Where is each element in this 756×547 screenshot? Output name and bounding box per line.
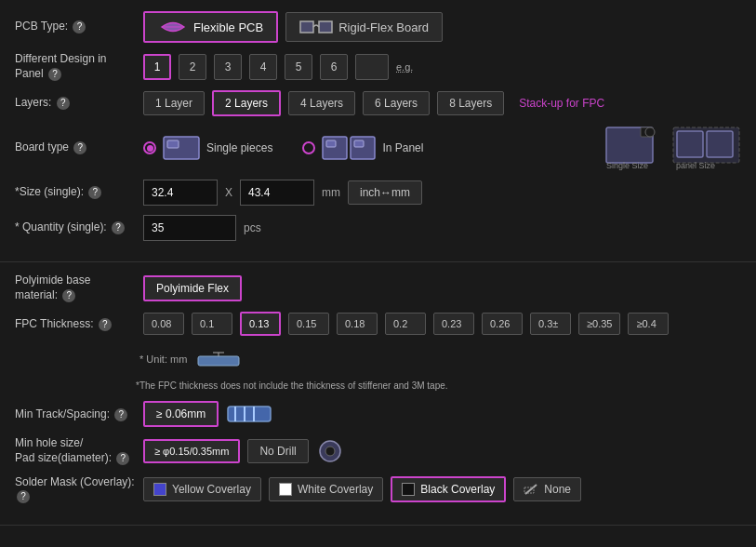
thickness-03[interactable]: 0.3± [530, 313, 571, 335]
svg-text:Single Size: Single Size [606, 161, 648, 170]
fpc-thickness-label: FPC Thickness: ? [15, 317, 136, 332]
size-height-input[interactable] [240, 180, 314, 206]
black-coverlay-label: Black Coverlay [420, 483, 495, 496]
layers-help[interactable]: ? [57, 97, 70, 110]
design-example: e.g. [396, 61, 413, 73]
thickness-01[interactable]: 0.1 [192, 313, 232, 335]
layers-text: Layers: [15, 96, 51, 109]
min-track-text: Min Track/Spacing: [15, 407, 110, 420]
thickness-023[interactable]: 0.23 [433, 313, 474, 335]
design-num-custom[interactable] [355, 54, 389, 80]
thickness-008[interactable]: 0.08 [143, 313, 184, 335]
thickness-015[interactable]: 0.15 [288, 313, 329, 335]
thickness-02[interactable]: 0.2 [385, 313, 426, 335]
size-text: *Size (single): [15, 185, 84, 198]
design-num-5[interactable]: 5 [285, 54, 312, 80]
base-material-row: Polyimide base material: ? Polyimide Fle… [15, 274, 741, 302]
svg-point-11 [645, 127, 655, 137]
solder-mask-text: Solder Mask (Coverlay): [15, 475, 135, 488]
svg-rect-8 [354, 140, 364, 147]
min-hole-label: Min hole size/Pad size(diameter): ? [15, 436, 136, 465]
quantity-text: * Quantity (single): [15, 220, 107, 233]
svg-rect-15 [707, 131, 733, 157]
design-num-1[interactable]: 1 [143, 54, 171, 80]
quantity-input[interactable] [143, 215, 236, 241]
pcb-type-label: PCB Type: ? [15, 20, 136, 34]
base-material-help[interactable]: ? [62, 289, 75, 302]
thickness-013[interactable]: 0.13 [240, 312, 281, 336]
black-coverlay-color [402, 483, 415, 496]
single-size-diagram: Single Size [602, 126, 662, 170]
fpc-thickness-help[interactable]: ? [99, 318, 112, 331]
svg-text:panel Size: panel Size [676, 161, 715, 170]
pcb-type-help[interactable]: ? [73, 20, 86, 33]
solder-mask-help[interactable]: ? [17, 490, 30, 503]
fpc-thickness-section: FPC Thickness: ? 0.08 0.1 0.13 0.15 0.18… [15, 312, 741, 392]
svg-rect-7 [326, 140, 336, 147]
svg-rect-14 [677, 131, 703, 157]
pcb-type-text: PCB Type: [15, 20, 68, 33]
single-piece-icon [162, 135, 201, 161]
pcb-type-row: PCB Type: ? Flexible PCB Rigid-Flex Boar… [15, 11, 741, 43]
different-design-help[interactable]: ? [48, 68, 61, 81]
rigid-flex-label: Rigid-Flex Board [338, 20, 429, 34]
svg-rect-4 [167, 140, 179, 148]
yellow-coverlay-color [153, 483, 166, 496]
layer-6-btn[interactable]: 6 Layers [363, 91, 430, 115]
thickness-note: *The FPC thickness does not include the … [136, 380, 448, 391]
size-convert-btn[interactable]: inch↔mm [348, 180, 422, 205]
solder-mask-row: Solder Mask (Coverlay): ? Yellow Coverla… [15, 475, 741, 504]
flexible-pcb-btn[interactable]: Flexible PCB [143, 11, 278, 43]
min-hole-row: Min hole size/Pad size(diameter): ? ≥ φ0… [15, 436, 741, 465]
min-track-help[interactable]: ? [114, 408, 127, 421]
board-type-label: Board type ? [15, 140, 136, 155]
svg-rect-2 [319, 21, 332, 33]
quantity-help[interactable]: ? [112, 221, 125, 234]
layer-4-btn[interactable]: 4 Layers [288, 91, 355, 115]
size-convert-label: inch↔mm [360, 186, 410, 199]
yellow-coverlay-btn[interactable]: Yellow Coverlay [143, 477, 261, 501]
thickness-note-row: *The FPC thickness does not include the … [136, 379, 448, 392]
thickness-018[interactable]: 0.18 [337, 313, 378, 335]
min-hole-size-label: ≥ φ0.15/0.35mm [154, 446, 229, 457]
thickness-026[interactable]: 0.26 [482, 313, 523, 335]
polyimide-flex-btn[interactable]: Polyimide Flex [143, 275, 242, 301]
min-hole-help[interactable]: ? [116, 452, 129, 465]
no-drill-btn[interactable]: No Drill [247, 439, 308, 463]
design-num-2[interactable]: 2 [179, 54, 206, 80]
quantity-label: * Quantity (single): ? [15, 220, 136, 235]
black-coverlay-btn[interactable]: Black Coverlay [391, 476, 506, 502]
white-coverlay-color [279, 483, 292, 496]
layer-1-btn[interactable]: 1 Layer [143, 91, 205, 115]
different-design-row: Different Design in Panel ? 1 2 3 4 5 6 … [15, 52, 741, 81]
design-num-3[interactable]: 3 [214, 54, 242, 80]
single-pieces-option[interactable]: Single pieces [143, 135, 272, 161]
rigid-flex-btn[interactable]: Rigid-Flex Board [285, 12, 443, 42]
base-material-label: Polyimide base material: ? [15, 274, 136, 302]
board-type-help[interactable]: ? [73, 141, 86, 154]
size-help[interactable]: ? [88, 186, 101, 199]
thickness-035[interactable]: ≥0.35 [578, 313, 620, 335]
min-track-value: ≥ 0.06mm [156, 407, 206, 420]
section-pcb-config: PCB Type: ? Flexible PCB Rigid-Flex Boar… [0, 0, 756, 262]
stack-up-link[interactable]: Stack-up for FPC [519, 97, 604, 110]
none-coverlay-btn[interactable]: None [513, 477, 581, 501]
design-num-4[interactable]: 4 [249, 54, 277, 80]
polyimide-flex-label: Polyimide Flex [156, 282, 229, 295]
single-pieces-radio [143, 141, 156, 154]
min-track-btn[interactable]: ≥ 0.06mm [143, 401, 219, 427]
in-panel-option[interactable]: In Panel [302, 135, 423, 161]
different-design-label: Different Design in Panel ? [15, 52, 136, 81]
flexible-pcb-icon [158, 19, 188, 35]
min-hole-text: Min hole size/Pad size(diameter): [15, 436, 112, 464]
design-num-6[interactable]: 6 [320, 54, 348, 80]
panel-size-diagram: panel Size [671, 126, 741, 170]
in-panel-radio [302, 141, 315, 154]
layer-2-btn[interactable]: 2 Layers [212, 90, 281, 116]
thickness-04[interactable]: ≥0.4 [628, 313, 669, 335]
min-hole-size-btn[interactable]: ≥ φ0.15/0.35mm [143, 439, 240, 463]
none-coverlay-icon [524, 483, 538, 496]
layer-8-btn[interactable]: 8 Layers [437, 91, 504, 115]
white-coverlay-btn[interactable]: White Coverlay [269, 477, 383, 501]
size-width-input[interactable] [143, 180, 218, 206]
